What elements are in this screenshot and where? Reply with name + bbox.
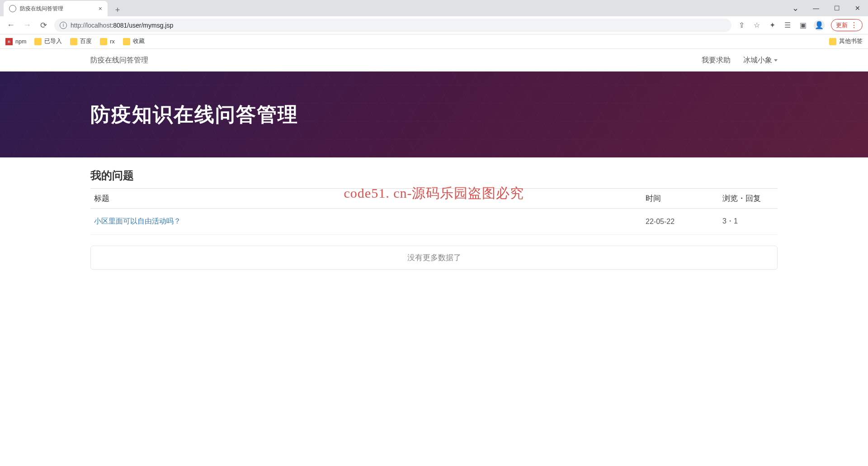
globe-icon — [9, 5, 16, 12]
bookmark-baidu[interactable]: 百度 — [70, 38, 92, 45]
folder-icon — [123, 38, 130, 45]
window-controls: ⌄ — ☐ ✕ — [785, 0, 868, 16]
hero-banner: 防疫知识在线问答管理 — [0, 71, 868, 157]
question-link[interactable]: 小区里面可以自由活动吗？ — [94, 217, 181, 225]
tab-dropdown-icon[interactable]: ⌄ — [785, 1, 806, 15]
bookmark-rx[interactable]: rx — [100, 38, 114, 45]
star-icon[interactable]: ☆ — [752, 21, 761, 30]
browser-tab-bar: 防疫在线问答管理 × + ⌄ — ☐ ✕ — [0, 0, 868, 16]
table-row: 小区里面可以自由活动吗？ 22-05-22 3・1 — [90, 209, 778, 235]
folder-icon — [70, 38, 77, 45]
tab-title: 防疫在线问答管理 — [20, 5, 63, 13]
more-icon: ⋮ — [850, 21, 858, 29]
bookmark-imported[interactable]: 已导入 — [34, 38, 62, 45]
reading-list-icon[interactable]: ☰ — [783, 21, 792, 30]
address-bar: ← → ⟳ i http://localhost:8081/user/mymsg… — [0, 16, 868, 34]
help-link[interactable]: 我要求助 — [702, 56, 731, 65]
share-icon[interactable]: ⇪ — [737, 21, 746, 30]
folder-icon — [34, 38, 42, 45]
bookmark-other[interactable]: 其他书签 — [829, 38, 863, 45]
col-time: 时间 — [642, 189, 719, 209]
bookmark-favorites[interactable]: 收藏 — [123, 38, 145, 45]
browser-tab[interactable]: 防疫在线问答管理 × — [4, 1, 108, 16]
folder-icon — [829, 38, 836, 45]
url-text: http://localhost:8081/user/mymsg.jsp — [71, 22, 173, 29]
col-title: 标题 — [90, 189, 642, 209]
minimize-button[interactable]: — — [806, 1, 826, 15]
site-info-icon[interactable]: i — [60, 22, 67, 29]
folder-icon — [100, 38, 107, 45]
main-content: 我的问题 标题 时间 浏览・回复 小区里面可以自由活动吗？ 22-05-22 3… — [0, 157, 868, 281]
no-more-data: 没有更多数据了 — [90, 246, 778, 270]
bookmarks-bar: nnpm 已导入 百度 rx 收藏 其他书签 — [0, 34, 868, 49]
page-navbar: 防疫在线问答管理 我要求助 冰城小象 — [0, 49, 868, 71]
npm-icon: n — [5, 38, 13, 45]
update-button[interactable]: 更新⋮ — [831, 19, 863, 31]
section-title: 我的问题 — [90, 168, 778, 183]
chevron-down-icon — [774, 59, 778, 62]
reload-button[interactable]: ⟳ — [38, 20, 49, 31]
new-tab-button[interactable]: + — [111, 4, 124, 16]
hero-title: 防疫知识在线问答管理 — [90, 101, 298, 128]
close-tab-icon[interactable]: × — [99, 5, 102, 12]
question-stats: 3・1 — [719, 209, 778, 235]
profile-avatar[interactable]: 👤 — [814, 20, 825, 31]
side-panel-icon[interactable]: ▣ — [798, 21, 807, 30]
nav-title: 防疫在线问答管理 — [90, 56, 148, 65]
col-stats: 浏览・回复 — [719, 189, 778, 209]
close-window-button[interactable]: ✕ — [847, 1, 868, 15]
questions-table: 标题 时间 浏览・回复 小区里面可以自由活动吗？ 22-05-22 3・1 — [90, 188, 778, 235]
url-input[interactable]: i http://localhost:8081/user/mymsg.jsp — [54, 19, 731, 32]
extensions-icon[interactable]: ✦ — [768, 21, 777, 30]
forward-button[interactable]: → — [22, 20, 33, 31]
question-time: 22-05-22 — [642, 209, 719, 235]
back-button[interactable]: ← — [5, 20, 16, 31]
user-dropdown[interactable]: 冰城小象 — [743, 56, 778, 65]
maximize-button[interactable]: ☐ — [826, 1, 847, 15]
bookmark-npm[interactable]: nnpm — [5, 38, 26, 45]
